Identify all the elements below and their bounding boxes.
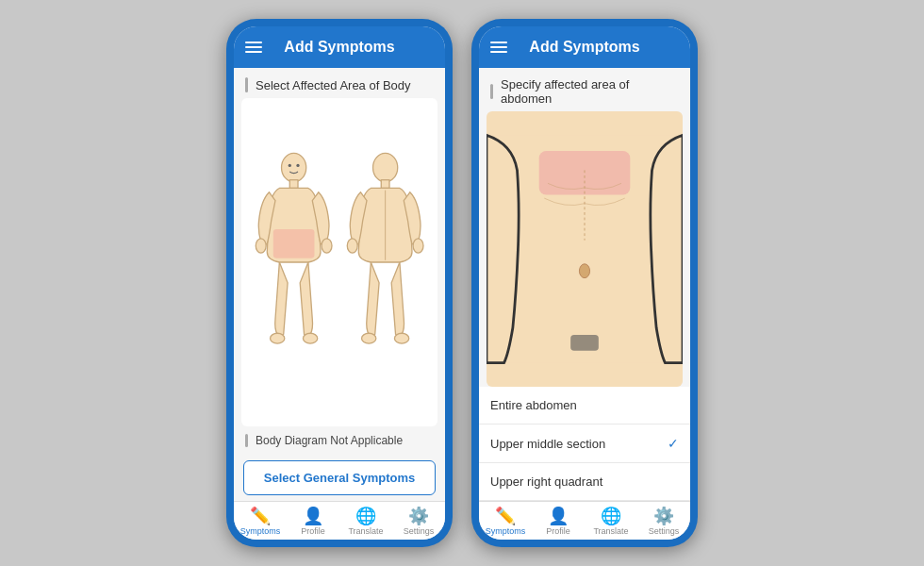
section-label-1: Select Affected Area of Body bbox=[234, 68, 445, 98]
svg-point-6 bbox=[303, 333, 317, 343]
section-label-text-2: Specify affected area of abdomen bbox=[501, 77, 679, 106]
section-bar-2 bbox=[490, 84, 493, 99]
svg-point-18 bbox=[579, 264, 589, 278]
tab-translate-1[interactable]: 🌐 Translate bbox=[339, 502, 392, 540]
svg-point-9 bbox=[373, 153, 398, 182]
selection-item-upper-right[interactable]: Upper right quadrant bbox=[479, 463, 690, 501]
svg-point-8 bbox=[296, 164, 299, 167]
svg-point-7 bbox=[288, 164, 290, 167]
selection-item-upper-middle[interactable]: Upper middle section ✓ bbox=[479, 424, 690, 463]
tab-symptoms-2[interactable]: ✏️ Symptoms bbox=[479, 502, 532, 540]
app-content-1: Select Affected Area of Body bbox=[234, 68, 445, 501]
tab-bar-2: ✏️ Symptoms 👤 Profile 🌐 Translate ⚙️ Set… bbox=[479, 501, 690, 540]
header-title-2: Add Symptoms bbox=[529, 39, 639, 56]
selection-item-upper-middle-label: Upper middle section bbox=[490, 437, 605, 451]
symptoms-icon-2: ✏️ bbox=[495, 508, 516, 524]
profile-icon-2: 👤 bbox=[548, 508, 569, 524]
tab-profile-1[interactable]: 👤 Profile bbox=[287, 502, 339, 540]
body-not-applicable: Body Diagram Not Applicable bbox=[234, 426, 445, 455]
section-bar-1 bbox=[245, 77, 248, 92]
tab-symptoms-1[interactable]: ✏️ Symptoms bbox=[234, 502, 287, 540]
svg-rect-1 bbox=[289, 180, 298, 189]
svg-rect-2 bbox=[273, 229, 315, 258]
selection-list: Entire abdomen Upper middle section ✓ Up… bbox=[479, 387, 690, 501]
body-diagram-1[interactable] bbox=[241, 98, 437, 426]
settings-label-2: Settings bbox=[649, 526, 680, 536]
app-header-1: Add Symptoms bbox=[234, 26, 445, 68]
profile-label-1: Profile bbox=[301, 526, 325, 536]
settings-icon-2: ⚙️ bbox=[653, 508, 674, 524]
svg-point-4 bbox=[322, 239, 332, 253]
phone-1: Add Symptoms Select Affected Area of Bod… bbox=[226, 19, 453, 547]
translate-label-1: Translate bbox=[348, 526, 383, 536]
svg-point-5 bbox=[270, 333, 284, 343]
section-label-text-1: Select Affected Area of Body bbox=[256, 78, 411, 92]
app-content-2: Specify affected area of abdomen bbox=[479, 68, 690, 501]
symptoms-icon-1: ✏️ bbox=[250, 508, 271, 524]
phone-2: Add Symptoms Specify affected area of ab… bbox=[471, 19, 698, 547]
phone-1-screen: Add Symptoms Select Affected Area of Bod… bbox=[234, 26, 445, 540]
tab-translate-2[interactable]: 🌐 Translate bbox=[585, 502, 637, 540]
profile-icon-1: 👤 bbox=[303, 508, 323, 524]
tab-profile-2[interactable]: 👤 Profile bbox=[532, 502, 585, 540]
select-general-symptoms-button[interactable]: Select General Symptoms bbox=[243, 460, 436, 495]
phone-2-screen: Add Symptoms Specify affected area of ab… bbox=[479, 26, 690, 540]
symptoms-label-2: Symptoms bbox=[486, 526, 526, 536]
hamburger-menu-2[interactable] bbox=[490, 42, 507, 53]
svg-rect-10 bbox=[381, 180, 389, 189]
tab-settings-1[interactable]: ⚙️ Settings bbox=[392, 502, 445, 540]
svg-point-13 bbox=[413, 239, 423, 253]
svg-point-15 bbox=[394, 333, 408, 343]
selection-item-entire[interactable]: Entire abdomen bbox=[479, 387, 690, 424]
section-label-2: Specify affected area of abdomen bbox=[479, 68, 690, 111]
figures-row-1 bbox=[241, 98, 437, 426]
body-front-figure[interactable] bbox=[253, 149, 335, 375]
tab-settings-2[interactable]: ⚙️ Settings bbox=[637, 502, 690, 540]
not-applicable-text: Body Diagram Not Applicable bbox=[256, 434, 403, 447]
profile-label-2: Profile bbox=[546, 526, 570, 536]
body-back-figure[interactable] bbox=[344, 149, 426, 375]
not-applicable-bar bbox=[245, 434, 248, 447]
svg-rect-19 bbox=[570, 335, 599, 351]
svg-point-3 bbox=[256, 239, 266, 253]
selection-checkmark-upper-middle: ✓ bbox=[668, 436, 679, 451]
svg-point-0 bbox=[281, 153, 305, 182]
tab-bar-1: ✏️ Symptoms 👤 Profile 🌐 Translate ⚙️ Set… bbox=[234, 501, 445, 540]
hamburger-menu-1[interactable] bbox=[245, 42, 262, 53]
translate-icon-1: 🌐 bbox=[355, 508, 376, 524]
selection-item-upper-right-label: Upper right quadrant bbox=[490, 474, 602, 489]
translate-icon-2: 🌐 bbox=[601, 508, 621, 524]
svg-point-14 bbox=[362, 333, 376, 343]
translate-label-2: Translate bbox=[593, 526, 628, 536]
header-title-1: Add Symptoms bbox=[284, 39, 394, 56]
abdomen-image[interactable] bbox=[487, 111, 683, 387]
app-header-2: Add Symptoms bbox=[479, 26, 690, 68]
symptoms-label-1: Symptoms bbox=[240, 526, 281, 536]
svg-point-12 bbox=[347, 239, 357, 253]
selection-item-entire-label: Entire abdomen bbox=[490, 398, 577, 412]
settings-label-1: Settings bbox=[404, 526, 435, 536]
settings-icon-1: ⚙️ bbox=[408, 508, 429, 524]
